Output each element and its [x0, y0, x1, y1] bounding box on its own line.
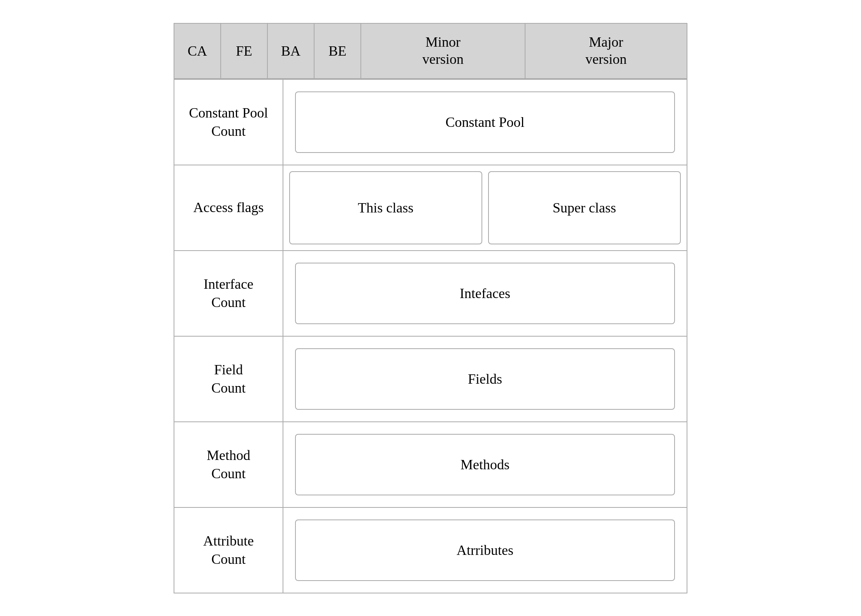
major-version: Majorversion — [525, 24, 687, 78]
super-class-box: Super class — [488, 171, 681, 244]
super-class-text: Super class — [553, 200, 616, 216]
access-flags-label: Access flags — [174, 165, 283, 250]
attribute-count-label: AttributeCount — [174, 508, 283, 593]
constant-pool-box: Constant Pool — [295, 91, 675, 153]
methods-right: Methods — [283, 422, 687, 507]
magic-be: BE — [315, 24, 361, 78]
attributes-right: Atrributes — [283, 508, 687, 593]
minor-version: Minorversion — [361, 24, 525, 78]
interfaces-right: Intefaces — [283, 251, 687, 336]
constant-pool-text: Constant Pool — [445, 114, 524, 130]
method-count-label: MethodCount — [174, 422, 283, 507]
header-row: CA FE BA BE Minorversion Majorversion — [174, 24, 687, 79]
access-flags-right: This class Super class — [283, 165, 687, 250]
fields-right: Fields — [283, 337, 687, 421]
methods-box: Methods — [295, 434, 675, 495]
fields-text: Fields — [468, 371, 502, 387]
row-constant-pool: Constant PoolCount Constant Pool — [174, 79, 687, 165]
class-file-diagram: CA FE BA BE Minorversion Majorversion Co… — [174, 23, 687, 593]
interfaces-text: Intefaces — [460, 285, 510, 302]
field-count-label: FieldCount — [174, 337, 283, 421]
row-interface-count: InterfaceCount Intefaces — [174, 250, 687, 336]
attributes-text: Atrributes — [457, 542, 513, 558]
constant-pool-right: Constant Pool — [283, 80, 687, 165]
magic-ca: CA — [174, 24, 221, 78]
row-field-count: FieldCount Fields — [174, 336, 687, 421]
this-class-text: This class — [358, 200, 413, 216]
interface-count-label: InterfaceCount — [174, 251, 283, 336]
magic-ba: BA — [268, 24, 315, 78]
methods-text: Methods — [460, 456, 510, 473]
row-attribute-count: AttributeCount Atrributes — [174, 507, 687, 593]
constant-pool-count-label: Constant PoolCount — [174, 80, 283, 165]
attributes-box: Atrributes — [295, 519, 675, 581]
this-class-box: This class — [289, 171, 482, 244]
fields-box: Fields — [295, 348, 675, 410]
row-access-flags: Access flags This class Super class — [174, 165, 687, 250]
magic-fe: FE — [221, 24, 268, 78]
content-rows: Constant PoolCount Constant Pool Access … — [174, 79, 687, 593]
interfaces-box: Intefaces — [295, 263, 675, 324]
row-method-count: MethodCount Methods — [174, 421, 687, 507]
